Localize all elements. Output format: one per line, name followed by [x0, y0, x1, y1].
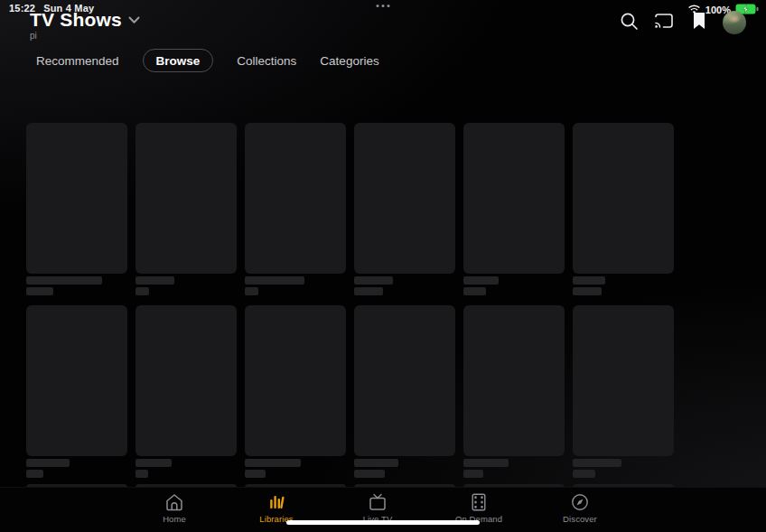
subtitle-placeholder — [463, 470, 483, 478]
skeleton-card — [26, 123, 127, 295]
library-title-dropdown[interactable]: TV Shows — [30, 9, 140, 31]
subtitle-placeholder — [26, 287, 53, 295]
title-placeholder — [26, 276, 102, 285]
title-placeholder — [245, 459, 301, 467]
live-tv-icon — [332, 491, 423, 512]
filter-tab-categories[interactable]: Categories — [320, 50, 378, 72]
poster-placeholder — [245, 123, 346, 274]
cast-icon — [654, 13, 674, 33]
libraries-icon — [231, 491, 322, 512]
title-placeholder — [573, 459, 621, 467]
bookmark-icon — [692, 12, 706, 33]
subtitle-placeholder — [135, 470, 148, 478]
subtitle-placeholder — [245, 287, 258, 295]
skeleton-card — [245, 305, 346, 478]
search-button[interactable] — [617, 11, 640, 34]
skeleton-card — [354, 123, 455, 295]
tabbar-item-live-tv[interactable]: Live TV — [332, 491, 423, 524]
filter-tab-browse[interactable]: Browse — [143, 49, 214, 72]
poster-placeholder — [463, 123, 565, 274]
tabbar-item-libraries[interactable]: Libraries — [231, 491, 322, 524]
on-demand-icon — [434, 491, 524, 512]
title-placeholder — [135, 276, 174, 285]
header: TV Shows pi — [0, 7, 766, 45]
filter-tab-recommended[interactable]: Recommended — [36, 50, 119, 72]
poster-placeholder — [354, 123, 455, 274]
poster-placeholder — [573, 305, 674, 456]
bookmarks-button[interactable] — [687, 11, 711, 34]
title-placeholder — [354, 276, 393, 285]
skeleton-card — [354, 305, 455, 478]
skeleton-card — [135, 123, 237, 295]
title-placeholder — [573, 276, 605, 285]
tabbar-label: Discover — [535, 514, 625, 524]
search-icon — [620, 12, 639, 34]
home-indicator[interactable] — [286, 520, 480, 525]
poster-placeholder — [463, 305, 565, 456]
filter-tabs: RecommendedBrowseCollectionsCategories — [36, 47, 379, 74]
page-title: TV Shows — [30, 9, 122, 31]
poster-placeholder — [135, 305, 237, 456]
chevron-down-icon — [128, 12, 140, 28]
skeleton-card — [463, 123, 565, 295]
poster-placeholder — [135, 123, 237, 274]
poster-placeholder — [354, 305, 455, 456]
tabbar-item-on-demand[interactable]: On Demand — [434, 491, 524, 524]
home-icon — [129, 491, 220, 512]
cast-button[interactable] — [652, 11, 676, 34]
app-screen: 15:22Sun 4 May 100% TV Shows pi — [0, 0, 766, 532]
skeleton-card — [135, 305, 237, 478]
subtitle-placeholder — [573, 287, 602, 295]
poster-placeholder — [26, 123, 127, 274]
subtitle-placeholder — [135, 287, 149, 295]
subtitle-placeholder — [354, 470, 385, 478]
title-placeholder — [135, 459, 172, 467]
tabbar-item-discover[interactable]: Discover — [535, 491, 625, 524]
skeleton-card — [463, 305, 565, 478]
title-placeholder — [463, 459, 509, 467]
poster-placeholder — [245, 305, 346, 456]
skeleton-card — [573, 123, 674, 295]
title-placeholder — [463, 276, 499, 285]
subtitle-placeholder — [573, 470, 595, 478]
subtitle-placeholder — [463, 287, 486, 295]
title-placeholder — [354, 459, 398, 467]
server-name-label: pi — [30, 31, 37, 41]
discover-icon — [535, 491, 625, 512]
poster-placeholder — [26, 305, 127, 456]
subtitle-placeholder — [354, 287, 383, 295]
subtitle-placeholder — [245, 470, 266, 478]
bottom-tab-bar: HomeLibrariesLive TVOn DemandDiscover — [0, 487, 766, 532]
title-placeholder — [245, 276, 304, 285]
filter-tab-collections[interactable]: Collections — [237, 50, 296, 72]
tabbar-label: Home — [129, 514, 220, 524]
header-actions — [617, 11, 746, 34]
title-placeholder — [26, 459, 70, 467]
skeleton-card — [245, 123, 346, 295]
poster-placeholder — [573, 123, 674, 274]
avatar[interactable] — [723, 11, 746, 34]
skeleton-card — [573, 305, 674, 478]
tabbar-item-home[interactable]: Home — [129, 491, 220, 524]
subtitle-placeholder — [26, 470, 43, 478]
skeleton-card — [26, 305, 127, 478]
